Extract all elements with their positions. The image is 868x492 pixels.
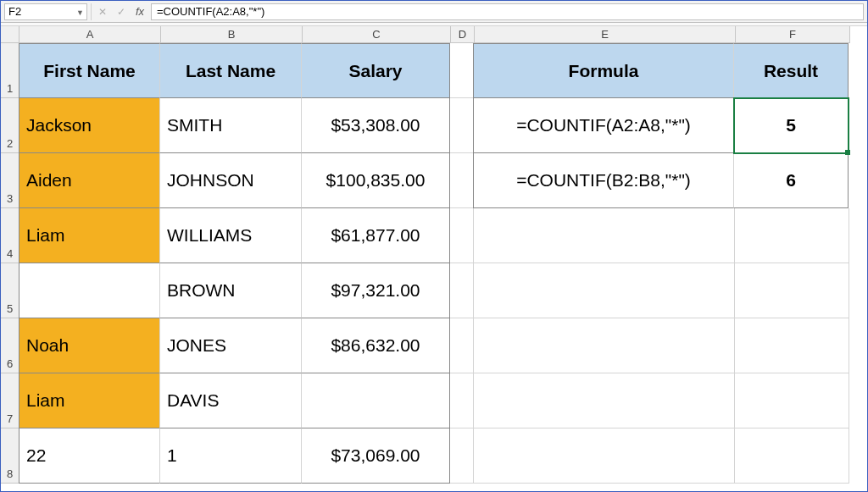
cell-first-name[interactable]: 22 xyxy=(19,428,160,484)
cell[interactable] xyxy=(735,373,849,428)
row-header[interactable]: 1 xyxy=(1,43,19,98)
divider xyxy=(91,3,92,20)
cell[interactable] xyxy=(735,208,849,263)
row-header[interactable]: 2 xyxy=(1,98,19,153)
cell[interactable] xyxy=(450,263,474,318)
cell[interactable] xyxy=(474,263,735,318)
name-box-value: F2 xyxy=(8,5,21,18)
cell-last-name[interactable]: WILLIAMS xyxy=(160,208,302,263)
cell[interactable] xyxy=(450,318,474,373)
table-row: 2 Jackson SMITH $53,308.00 =COUNTIF(A2:A… xyxy=(1,98,867,153)
cell[interactable] xyxy=(450,373,474,428)
fill-handle[interactable] xyxy=(845,150,850,155)
cell-salary[interactable]: $73,069.00 xyxy=(302,428,450,484)
cell[interactable] xyxy=(450,98,474,153)
formula-text: =COUNTIF(A2:A8,"*") xyxy=(157,5,264,18)
cell[interactable] xyxy=(450,153,474,208)
header-salary[interactable]: Salary xyxy=(302,43,450,98)
header-last-name[interactable]: Last Name xyxy=(160,43,302,98)
cell-last-name[interactable]: 1 xyxy=(160,428,302,484)
cancel-formula-icon[interactable]: ✕ xyxy=(95,4,110,19)
table-row: 1 First Name Last Name Salary Formula Re… xyxy=(1,43,867,98)
cell[interactable] xyxy=(735,428,849,484)
table-row: 6 Noah JONES $86,632.00 xyxy=(1,318,867,373)
cell-first-name[interactable]: Liam xyxy=(19,373,160,428)
table-row: 7 Liam DAVIS xyxy=(1,373,867,428)
header-result[interactable]: Result xyxy=(734,43,849,98)
cell-salary[interactable]: $53,308.00 xyxy=(302,98,450,153)
formula-bar: F2 ▼ ✕ ✓ fx =COUNTIF(A2:A8,"*") xyxy=(1,1,867,23)
cell-result[interactable]: 5 xyxy=(734,98,849,153)
header-formula[interactable]: Formula xyxy=(473,43,734,98)
formula-input[interactable]: =COUNTIF(A2:A8,"*") xyxy=(151,3,864,20)
table-row: 3 Aiden JOHNSON $100,835.00 =COUNTIF(B2:… xyxy=(1,153,867,208)
cell-salary[interactable]: $86,632.00 xyxy=(302,318,450,373)
cell-last-name[interactable]: DAVIS xyxy=(160,373,302,428)
column-header[interactable]: E xyxy=(475,26,736,43)
name-box[interactable]: F2 ▼ xyxy=(4,3,87,20)
cell-last-name[interactable]: SMITH xyxy=(160,98,302,153)
accept-formula-icon[interactable]: ✓ xyxy=(114,4,129,19)
cell-salary[interactable]: $97,321.00 xyxy=(302,263,450,318)
cell-salary[interactable]: $100,835.00 xyxy=(302,153,450,208)
cell-last-name[interactable]: BROWN xyxy=(160,263,302,318)
cell[interactable] xyxy=(474,428,735,484)
cell-salary[interactable]: $61,877.00 xyxy=(302,208,450,263)
cell-last-name[interactable]: JOHNSON xyxy=(160,153,302,208)
cell-result[interactable]: 6 xyxy=(734,153,849,208)
cell-first-name[interactable]: Jackson xyxy=(19,98,160,153)
cell[interactable] xyxy=(735,318,849,373)
cell[interactable] xyxy=(450,428,474,484)
cell[interactable] xyxy=(450,43,474,98)
cell[interactable] xyxy=(474,373,735,428)
cell-formula[interactable]: =COUNTIF(A2:A8,"*") xyxy=(473,98,734,153)
fx-icon[interactable]: fx xyxy=(132,4,147,19)
cell[interactable] xyxy=(450,208,474,263)
table-row: 4 Liam WILLIAMS $61,877.00 xyxy=(1,208,867,263)
cell-salary[interactable] xyxy=(302,373,450,428)
spreadsheet-grid[interactable]: A B C D E F 1 First Name Last Name Salar… xyxy=(1,26,867,484)
column-header[interactable]: F xyxy=(736,26,850,43)
column-header[interactable]: B xyxy=(161,26,303,43)
table-row: 5 BROWN $97,321.00 xyxy=(1,263,867,318)
rows: 1 First Name Last Name Salary Formula Re… xyxy=(1,43,867,484)
cell[interactable] xyxy=(474,318,735,373)
cell-first-name[interactable]: Noah xyxy=(19,318,160,373)
row-header[interactable]: 5 xyxy=(1,263,19,318)
cell-formula[interactable]: =COUNTIF(B2:B8,"*") xyxy=(473,153,734,208)
column-headers: A B C D E F xyxy=(1,26,867,43)
row-header[interactable]: 8 xyxy=(1,428,19,484)
row-header[interactable]: 3 xyxy=(1,153,19,208)
cell-value: 5 xyxy=(786,115,796,135)
cell-first-name[interactable]: Aiden xyxy=(19,153,160,208)
cell-first-name[interactable] xyxy=(19,263,160,318)
cell-first-name[interactable]: Liam xyxy=(19,208,160,263)
row-header[interactable]: 4 xyxy=(1,208,19,263)
column-header[interactable]: C xyxy=(303,26,451,43)
table-row: 8 22 1 $73,069.00 xyxy=(1,428,867,484)
header-first-name[interactable]: First Name xyxy=(19,43,160,98)
cell-last-name[interactable]: JONES xyxy=(160,318,302,373)
cell[interactable] xyxy=(735,263,849,318)
select-all-corner[interactable] xyxy=(1,26,19,43)
cell[interactable] xyxy=(474,208,735,263)
column-header[interactable]: A xyxy=(19,26,161,43)
row-header[interactable]: 6 xyxy=(1,318,19,373)
column-header[interactable]: D xyxy=(451,26,475,43)
row-header[interactable]: 7 xyxy=(1,373,19,428)
chevron-down-icon[interactable]: ▼ xyxy=(76,8,84,17)
